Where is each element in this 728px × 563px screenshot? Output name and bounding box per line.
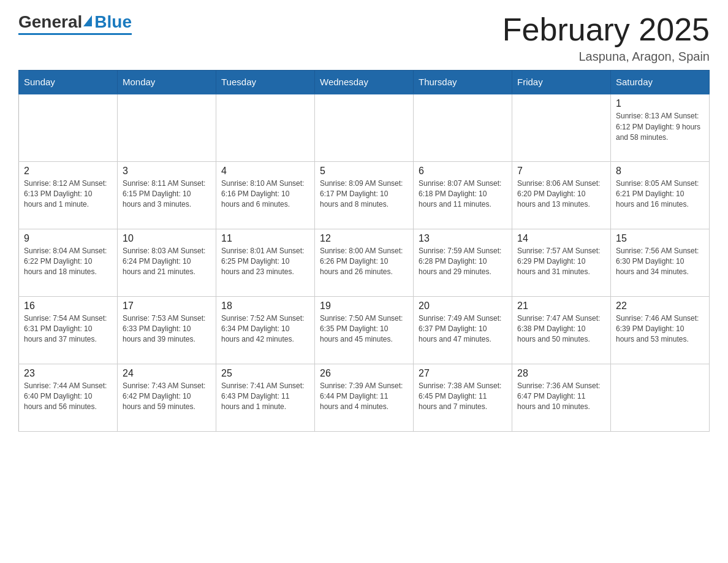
day-info: Sunrise: 7:49 AM Sunset: 6:37 PM Dayligh… — [419, 313, 507, 345]
day-info: Sunrise: 7:57 AM Sunset: 6:29 PM Dayligh… — [517, 246, 605, 278]
logo: General Blue — [18, 12, 132, 35]
calendar-cell: 20Sunrise: 7:49 AM Sunset: 6:37 PM Dayli… — [414, 296, 512, 364]
day-info: Sunrise: 7:46 AM Sunset: 6:39 PM Dayligh… — [616, 313, 704, 345]
day-info: Sunrise: 7:50 AM Sunset: 6:35 PM Dayligh… — [320, 313, 408, 345]
calendar-cell — [512, 94, 611, 161]
calendar-cell — [611, 364, 710, 431]
day-info: Sunrise: 8:09 AM Sunset: 6:17 PM Dayligh… — [320, 178, 408, 210]
day-info: Sunrise: 8:04 AM Sunset: 6:22 PM Dayligh… — [24, 246, 112, 278]
calendar-cell: 8Sunrise: 8:05 AM Sunset: 6:21 PM Daylig… — [611, 161, 710, 229]
calendar-cell: 5Sunrise: 8:09 AM Sunset: 6:17 PM Daylig… — [315, 161, 414, 229]
day-number: 4 — [221, 166, 309, 177]
calendar-cell: 17Sunrise: 7:53 AM Sunset: 6:33 PM Dayli… — [118, 296, 216, 364]
day-info: Sunrise: 8:11 AM Sunset: 6:15 PM Dayligh… — [123, 178, 211, 210]
day-of-week-saturday: Saturday — [611, 71, 710, 94]
calendar-cell: 21Sunrise: 7:47 AM Sunset: 6:38 PM Dayli… — [512, 296, 611, 364]
day-number: 8 — [616, 166, 704, 177]
calendar-cell: 10Sunrise: 8:03 AM Sunset: 6:24 PM Dayli… — [118, 229, 216, 296]
day-number: 15 — [616, 233, 704, 244]
day-info: Sunrise: 8:00 AM Sunset: 6:26 PM Dayligh… — [320, 246, 408, 278]
calendar-cell: 25Sunrise: 7:41 AM Sunset: 6:43 PM Dayli… — [216, 364, 315, 431]
calendar-cell: 23Sunrise: 7:44 AM Sunset: 6:40 PM Dayli… — [19, 364, 118, 431]
day-number: 9 — [24, 233, 112, 244]
day-info: Sunrise: 7:39 AM Sunset: 6:44 PM Dayligh… — [320, 381, 408, 413]
day-info: Sunrise: 8:05 AM Sunset: 6:21 PM Dayligh… — [616, 178, 704, 210]
day-info: Sunrise: 7:52 AM Sunset: 6:34 PM Dayligh… — [221, 313, 309, 345]
day-info: Sunrise: 8:03 AM Sunset: 6:24 PM Dayligh… — [123, 246, 211, 278]
calendar-cell: 22Sunrise: 7:46 AM Sunset: 6:39 PM Dayli… — [611, 296, 710, 364]
calendar-cell: 15Sunrise: 7:56 AM Sunset: 6:30 PM Dayli… — [611, 229, 710, 296]
calendar-cell: 12Sunrise: 8:00 AM Sunset: 6:26 PM Dayli… — [315, 229, 414, 296]
calendar-week-5: 23Sunrise: 7:44 AM Sunset: 6:40 PM Dayli… — [19, 364, 710, 431]
day-number: 10 — [123, 233, 211, 244]
day-info: Sunrise: 7:36 AM Sunset: 6:47 PM Dayligh… — [517, 381, 605, 413]
calendar-cell: 6Sunrise: 8:07 AM Sunset: 6:18 PM Daylig… — [414, 161, 512, 229]
page-header: General Blue February 2025 Laspuna, Arag… — [18, 12, 710, 64]
day-number: 27 — [419, 368, 507, 379]
day-number: 23 — [24, 368, 112, 379]
calendar-cell: 26Sunrise: 7:39 AM Sunset: 6:44 PM Dayli… — [315, 364, 414, 431]
calendar-cell: 4Sunrise: 8:10 AM Sunset: 6:16 PM Daylig… — [216, 161, 315, 229]
day-info: Sunrise: 7:38 AM Sunset: 6:45 PM Dayligh… — [419, 381, 507, 413]
day-number: 12 — [320, 233, 408, 244]
day-info: Sunrise: 7:44 AM Sunset: 6:40 PM Dayligh… — [24, 381, 112, 413]
calendar-cell: 9Sunrise: 8:04 AM Sunset: 6:22 PM Daylig… — [19, 229, 118, 296]
day-number: 13 — [419, 233, 507, 244]
location-text: Laspuna, Aragon, Spain — [502, 50, 710, 64]
calendar-cell — [315, 94, 414, 161]
day-info: Sunrise: 7:53 AM Sunset: 6:33 PM Dayligh… — [123, 313, 211, 345]
day-number: 3 — [123, 166, 211, 177]
day-number: 18 — [221, 301, 309, 312]
day-info: Sunrise: 8:01 AM Sunset: 6:25 PM Dayligh… — [221, 246, 309, 278]
calendar-body: 1Sunrise: 8:13 AM Sunset: 6:12 PM Daylig… — [19, 94, 710, 431]
day-info: Sunrise: 7:47 AM Sunset: 6:38 PM Dayligh… — [517, 313, 605, 345]
day-number: 25 — [221, 368, 309, 379]
calendar-week-2: 2Sunrise: 8:12 AM Sunset: 6:13 PM Daylig… — [19, 161, 710, 229]
day-info: Sunrise: 7:41 AM Sunset: 6:43 PM Dayligh… — [221, 381, 309, 413]
day-info: Sunrise: 7:54 AM Sunset: 6:31 PM Dayligh… — [24, 313, 112, 345]
day-of-week-monday: Monday — [118, 71, 216, 94]
day-number: 6 — [419, 166, 507, 177]
logo-blue-text: Blue — [94, 12, 132, 32]
day-info: Sunrise: 7:59 AM Sunset: 6:28 PM Dayligh… — [419, 246, 507, 278]
calendar-cell: 1Sunrise: 8:13 AM Sunset: 6:12 PM Daylig… — [611, 94, 710, 161]
day-number: 26 — [320, 368, 408, 379]
calendar-cell — [118, 94, 216, 161]
calendar-cell: 13Sunrise: 7:59 AM Sunset: 6:28 PM Dayli… — [414, 229, 512, 296]
day-number: 22 — [616, 301, 704, 312]
day-number: 5 — [320, 166, 408, 177]
day-number: 1 — [616, 98, 704, 109]
logo-triangle-icon — [83, 15, 92, 26]
calendar-cell: 18Sunrise: 7:52 AM Sunset: 6:34 PM Dayli… — [216, 296, 315, 364]
calendar-cell: 11Sunrise: 8:01 AM Sunset: 6:25 PM Dayli… — [216, 229, 315, 296]
day-of-week-thursday: Thursday — [414, 71, 512, 94]
day-info: Sunrise: 7:56 AM Sunset: 6:30 PM Dayligh… — [616, 246, 704, 278]
calendar-week-3: 9Sunrise: 8:04 AM Sunset: 6:22 PM Daylig… — [19, 229, 710, 296]
day-info: Sunrise: 8:12 AM Sunset: 6:13 PM Dayligh… — [24, 178, 112, 210]
calendar-cell — [19, 94, 118, 161]
calendar-cell — [414, 94, 512, 161]
calendar-cell: 3Sunrise: 8:11 AM Sunset: 6:15 PM Daylig… — [118, 161, 216, 229]
day-number: 11 — [221, 233, 309, 244]
day-number: 20 — [419, 301, 507, 312]
calendar-cell: 27Sunrise: 7:38 AM Sunset: 6:45 PM Dayli… — [414, 364, 512, 431]
day-of-week-wednesday: Wednesday — [315, 71, 414, 94]
day-number: 7 — [517, 166, 605, 177]
day-number: 21 — [517, 301, 605, 312]
calendar-cell: 7Sunrise: 8:06 AM Sunset: 6:20 PM Daylig… — [512, 161, 611, 229]
calendar-cell: 2Sunrise: 8:12 AM Sunset: 6:13 PM Daylig… — [19, 161, 118, 229]
title-section: February 2025 Laspuna, Aragon, Spain — [502, 12, 710, 64]
day-info: Sunrise: 8:10 AM Sunset: 6:16 PM Dayligh… — [221, 178, 309, 210]
day-number: 24 — [123, 368, 211, 379]
day-of-week-friday: Friday — [512, 71, 611, 94]
day-info: Sunrise: 8:13 AM Sunset: 6:12 PM Dayligh… — [616, 111, 704, 143]
logo-general-text: General — [18, 12, 82, 32]
day-number: 16 — [24, 301, 112, 312]
month-title: February 2025 — [502, 12, 710, 47]
calendar-cell: 14Sunrise: 7:57 AM Sunset: 6:29 PM Dayli… — [512, 229, 611, 296]
day-number: 19 — [320, 301, 408, 312]
day-of-week-tuesday: Tuesday — [216, 71, 315, 94]
calendar-cell — [216, 94, 315, 161]
day-number: 2 — [24, 166, 112, 177]
calendar-week-1: 1Sunrise: 8:13 AM Sunset: 6:12 PM Daylig… — [19, 94, 710, 161]
